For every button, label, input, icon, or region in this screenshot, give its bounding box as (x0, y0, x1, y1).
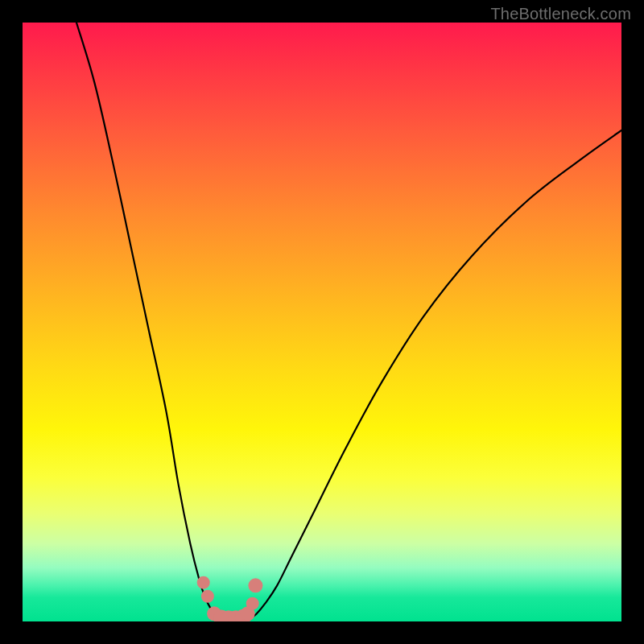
left-branch-curve (76, 23, 221, 618)
bottom-marker (248, 578, 262, 592)
bottom-marker (197, 576, 210, 589)
bottom-marker-group (197, 576, 263, 621)
bottom-marker (201, 590, 214, 603)
bottom-marker (246, 597, 259, 610)
right-branch-curve (250, 130, 621, 618)
chart-svg (23, 23, 621, 621)
watermark-text: TheBottleneck.com (490, 5, 631, 23)
chart-plot-area (23, 23, 621, 621)
